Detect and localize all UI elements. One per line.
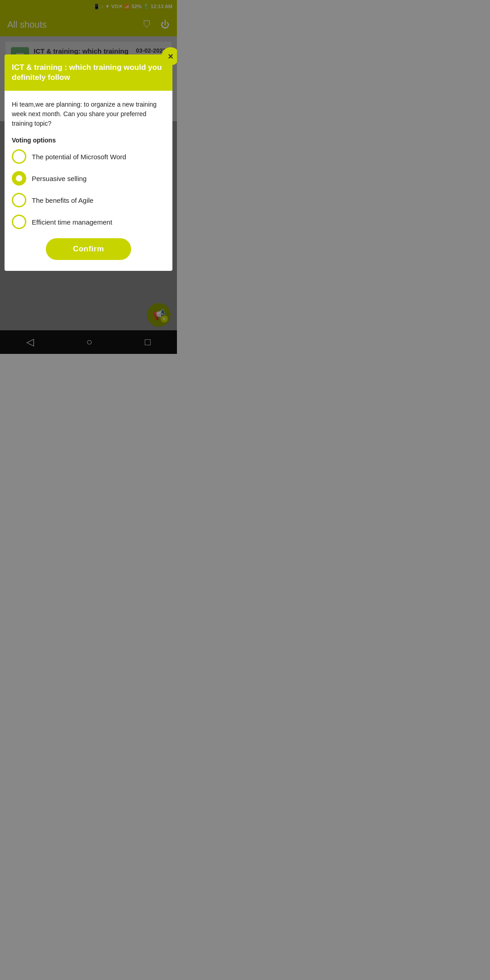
- confirm-button[interactable]: Confirm: [46, 238, 132, 260]
- modal-close-button[interactable]: ×: [162, 47, 177, 65]
- modal-title: ICT & training : which training would yo…: [12, 63, 165, 83]
- radio-inner-2: [16, 175, 22, 181]
- voting-option-3[interactable]: The benefits of Agile: [12, 193, 165, 207]
- close-icon: ×: [168, 52, 173, 61]
- radio-1[interactable]: [12, 149, 26, 164]
- option-label-3: The benefits of Agile: [32, 196, 93, 204]
- voting-option-4[interactable]: Efficient time management: [12, 215, 165, 229]
- option-label-4: Efficient time management: [32, 218, 112, 226]
- radio-3[interactable]: [12, 193, 26, 207]
- option-label-2: Persuasive selling: [32, 175, 87, 182]
- voting-option-2[interactable]: Persuasive selling: [12, 171, 165, 186]
- voting-options-label: Voting options: [12, 137, 165, 144]
- option-label-1: The potential of Microsoft Word: [32, 153, 126, 161]
- radio-2[interactable]: [12, 171, 26, 186]
- voting-option-1[interactable]: The potential of Microsoft Word: [12, 149, 165, 164]
- modal-description: Hi team,we are planning: to organize a n…: [12, 100, 165, 128]
- radio-4[interactable]: [12, 215, 26, 229]
- modal: × ICT & training : which training would …: [5, 54, 172, 271]
- modal-body: Hi team,we are planning: to organize a n…: [5, 91, 172, 271]
- modal-header: ICT & training : which training would yo…: [5, 54, 172, 91]
